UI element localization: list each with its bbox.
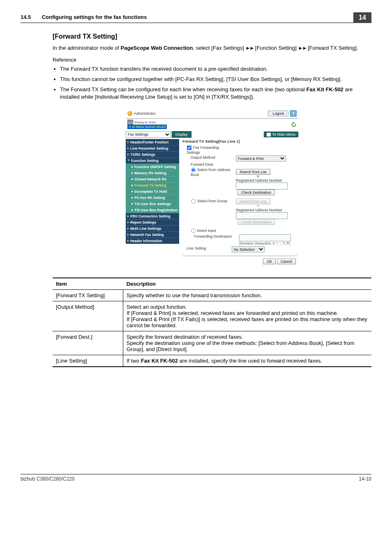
sidebar-item-network-fax[interactable]: Network Fax Setting [126, 231, 179, 238]
registered-number-label-2: Registered Address Number [236, 208, 297, 212]
sidebar-item-function-setting[interactable]: Function Setting [126, 157, 179, 164]
category-select[interactable]: Fax Settings [126, 131, 171, 138]
bullet-1: The Forward TX function transfers the re… [60, 65, 371, 73]
check-destination-button[interactable]: Check Destination [238, 190, 275, 195]
help-icon[interactable]: ? [290, 110, 297, 117]
ok-button[interactable]: OK [263, 259, 276, 264]
line-setting-select[interactable]: No Selection [232, 246, 265, 252]
main-menu-icon [267, 133, 271, 136]
sidebar-item-pbx[interactable]: PBX Connection Setting [126, 213, 179, 219]
bullet-2: This function cannot be configured toget… [60, 76, 371, 83]
select-group-radio[interactable] [191, 199, 196, 204]
sidebar-sub-closed-network[interactable]: Closed Network RX [126, 176, 179, 182]
reference-label: Reference [53, 57, 371, 63]
search-from-list-button[interactable]: Search from List [236, 169, 270, 175]
table-row: [Output Method]Select an output function… [53, 301, 371, 331]
printer-icon [127, 120, 133, 125]
embedded-screenshot: Administrator Logout ? Ready to Scan ⚠In… [126, 109, 298, 265]
th-description: Description [123, 278, 372, 290]
table-row: [Forward TX Setting]Specify whether to u… [53, 290, 371, 301]
heading-forward-tx: [Forward TX Setting] [53, 33, 371, 40]
footer-page: 14-10 [359, 476, 371, 482]
running-header: 14.5 Configuring settings for the fax fu… [21, 12, 371, 23]
forwarding-destination-input [239, 234, 291, 241]
sidebar-item-line-parameter[interactable]: Line Parameter Setting [126, 145, 179, 151]
down-arrow-icon-disabled [256, 205, 260, 207]
settings-pane: Forward TX Setting(Fax Line 1) Fax Forwa… [182, 139, 298, 265]
intro-para: In the administrator mode of PageScope W… [53, 44, 371, 52]
sidebar-sub-pcfax-rx[interactable]: PC-Fax RX Setting [126, 194, 179, 201]
sidebar-item-multiline[interactable]: Multi Line Settings [126, 225, 179, 231]
sidebar-sub-forward-tx[interactable]: Forward TX Setting [126, 182, 179, 188]
refresh-icon[interactable] [291, 122, 297, 127]
sidebar-sub-tsi-reg[interactable]: TSI User Box Registration [126, 207, 179, 213]
footer-model: bizhub C360/C280/C220 [21, 476, 74, 482]
th-item: Item [53, 278, 123, 290]
section-title: Configuring settings for the fax functio… [42, 14, 147, 20]
table-row: [Forward Dest.]Specify the forward desti… [53, 331, 371, 355]
header-left: 14.5 Configuring settings for the fax fu… [21, 14, 147, 21]
registered-number-input-disabled [236, 212, 288, 219]
chapter-chip: 14 [353, 12, 371, 23]
fax-forwarding-checkbox[interactable] [187, 146, 191, 150]
check-destination-button-disabled: Check Destination [238, 219, 275, 225]
sidebar-sub-tsi-box[interactable]: TSI User Box Settings [126, 201, 179, 207]
registered-number-input[interactable] [236, 183, 288, 190]
output-method-select[interactable]: Forward & Print [236, 155, 286, 162]
page-footer: bizhub C360/C280/C220 14-10 [21, 474, 371, 482]
sidebar-sub-function-onoff[interactable]: Function ON/OFF Setting [126, 164, 179, 170]
section-number: 14.5 [21, 14, 40, 20]
pane-title: Forward TX Setting(Fax Line 1) [182, 139, 297, 143]
to-main-menu-button[interactable]: To Main Menu [264, 132, 298, 137]
registered-number-label: Registered Address Number [236, 178, 297, 183]
reference-bullets: The Forward TX function transfers the re… [53, 65, 371, 101]
select-address-book-radio[interactable] [191, 168, 196, 172]
down-arrow-icon [256, 176, 260, 178]
admin-label: Administrator [127, 111, 156, 116]
sidebar-sub-memory-rx[interactable]: Memory RX Setting [126, 170, 179, 176]
sidebar-sub-incomplete-tx[interactable]: Incomplete TX Hold [126, 188, 179, 194]
sidebar-item-txrx[interactable]: TX/RX Settings [126, 151, 179, 157]
bullet-3: The Forward TX Setting can be configured… [60, 86, 371, 102]
direct-input-radio[interactable] [191, 229, 196, 233]
logout-button[interactable]: Logout [268, 111, 288, 116]
warning-icon: ⚠ [129, 125, 131, 129]
sidebar-item-header-footer[interactable]: Header/Footer Position [126, 139, 179, 145]
cancel-button[interactable]: Cancel [277, 259, 296, 264]
table-row: [Line Setting]If two Fax Kit FK-502 are … [53, 355, 371, 367]
sidebar: Header/Footer Position Line Parameter Se… [126, 139, 179, 265]
search-from-list-button-disabled: Search from List [236, 199, 270, 204]
description-table: ItemDescription [Forward TX Setting]Spec… [53, 278, 371, 367]
sidebar-item-header-info[interactable]: Header Information [126, 238, 179, 244]
sidebar-item-report[interactable]: Report Settings [126, 219, 179, 225]
admin-icon [127, 111, 132, 116]
display-button[interactable]: Display [172, 131, 191, 138]
